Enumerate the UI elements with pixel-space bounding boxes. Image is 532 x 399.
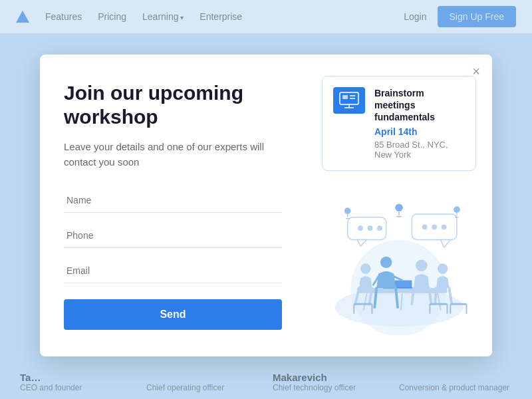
svg-marker-9 xyxy=(357,240,367,247)
email-input[interactable] xyxy=(64,259,282,283)
modal-left-panel: Join our upcoming workshop Leave your de… xyxy=(40,55,306,356)
phone-input[interactable] xyxy=(64,223,282,248)
name-input[interactable] xyxy=(64,188,282,213)
svg-point-24 xyxy=(454,206,460,213)
workshop-name: Brainstorm meetings fundamentals xyxy=(374,87,465,124)
svg-point-15 xyxy=(422,224,428,229)
svg-point-17 xyxy=(442,224,447,229)
svg-point-18 xyxy=(344,207,351,214)
modal-dialog: × Join our upcoming workshop Leave your … xyxy=(40,55,492,356)
workshop-date: April 14th xyxy=(374,126,465,137)
svg-marker-14 xyxy=(441,240,451,248)
svg-point-12 xyxy=(377,225,382,231)
workshop-info: Brainstorm meetings fundamentals April 1… xyxy=(374,87,465,160)
send-button[interactable]: Send xyxy=(64,299,282,330)
workshop-location: 85 Broad St., NYC, New York xyxy=(374,140,465,160)
modal-subtitle: Leave your details and one of our expert… xyxy=(64,140,282,170)
svg-point-44 xyxy=(438,263,448,273)
svg-point-21 xyxy=(395,203,403,211)
svg-point-16 xyxy=(432,224,437,229)
svg-rect-3 xyxy=(342,95,348,99)
workshop-illustration xyxy=(322,187,476,335)
svg-point-11 xyxy=(368,225,373,231)
svg-point-10 xyxy=(358,225,363,231)
modal-right-panel: Brainstorm meetings fundamentals April 1… xyxy=(306,55,492,356)
workshop-icon xyxy=(333,87,365,114)
close-button[interactable]: × xyxy=(472,64,480,79)
svg-point-41 xyxy=(416,260,427,271)
svg-point-36 xyxy=(380,257,392,268)
svg-point-33 xyxy=(360,263,370,273)
modal-title: Join our upcoming workshop xyxy=(64,81,282,129)
workshop-card: Brainstorm meetings fundamentals April 1… xyxy=(322,76,476,171)
svg-line-45 xyxy=(435,288,436,304)
